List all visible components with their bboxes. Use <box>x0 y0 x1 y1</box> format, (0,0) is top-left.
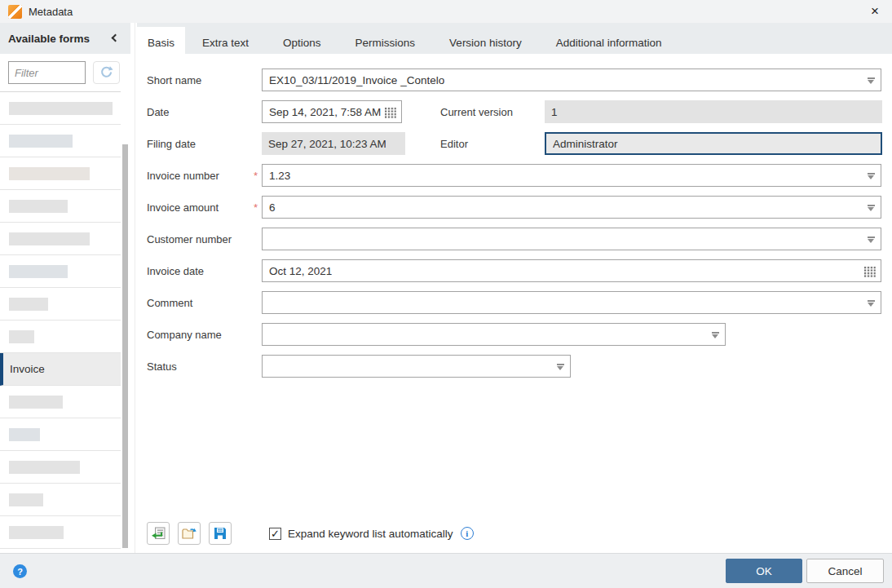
ok-button[interactable]: OK <box>726 559 802 583</box>
redacted-form-name <box>9 298 48 311</box>
title-bar: Metadata × <box>0 0 892 23</box>
editor-field[interactable]: Administrator <box>545 132 882 155</box>
metadata-content: BasisExtra textOptionsPermissionsVersion… <box>135 23 892 553</box>
dropdown-arrow-icon[interactable] <box>868 300 875 307</box>
invoice-number-row: Invoice number * 1.23 <box>147 164 892 187</box>
customer-number-label: Customer number <box>147 233 232 245</box>
redacted-form-name <box>9 135 73 148</box>
basis-form: Short name EX10_03/11/2019_Invoice _Cont… <box>135 54 892 545</box>
close-icon[interactable]: × <box>868 0 882 23</box>
form-list-item-skeleton[interactable] <box>0 288 121 321</box>
info-icon[interactable]: i <box>461 527 474 540</box>
current-version-label: Current version <box>440 106 513 118</box>
sidebar-scrollbar[interactable] <box>122 144 128 548</box>
invoice-amount-label: Invoice amount <box>147 201 219 214</box>
invoice-date-field[interactable]: Oct 12, 2021 <box>262 259 881 282</box>
current-version-field: 1 <box>545 100 882 123</box>
chevron-left-icon[interactable] <box>112 34 120 42</box>
status-label: Status <box>147 360 177 373</box>
editor-label: Editor <box>440 138 468 150</box>
dialog-footer: ? OK Cancel <box>0 553 892 588</box>
redacted-form-name <box>9 428 40 441</box>
calendar-grid-icon[interactable] <box>864 267 876 277</box>
form-list-item-skeleton[interactable] <box>0 418 121 451</box>
dropdown-arrow-icon[interactable] <box>557 364 564 370</box>
apply-metadata-button[interactable] <box>147 522 170 545</box>
dropdown-arrow-icon[interactable] <box>712 332 719 338</box>
filter-row <box>0 54 135 91</box>
expand-keyword-label: Expand keyword list automatically <box>288 528 453 540</box>
form-list-item-skeleton[interactable] <box>0 223 121 255</box>
expand-keyword-option: ✓ Expand keyword list automatically i <box>269 527 474 540</box>
date-row: Date Sep 14, 2021, 7:58 AM Current versi… <box>147 100 892 123</box>
form-list-item-skeleton[interactable] <box>0 255 121 288</box>
save-button[interactable] <box>209 522 232 545</box>
date-label: Date <box>147 106 169 118</box>
required-asterisk: * <box>254 201 258 214</box>
company-name-field[interactable] <box>262 323 726 346</box>
customer-number-field[interactable] <box>262 228 881 250</box>
invoice-date-label: Invoice date <box>147 265 204 277</box>
customer-number-row: Customer number <box>147 228 892 250</box>
dropdown-arrow-icon[interactable] <box>868 237 875 243</box>
status-row: Status <box>147 355 892 378</box>
tab-bar: BasisExtra textOptionsPermissionsVersion… <box>137 23 892 54</box>
filter-input[interactable] <box>8 61 86 84</box>
status-field[interactable] <box>262 355 571 378</box>
required-asterisk: * <box>254 170 258 182</box>
form-list-item-skeleton[interactable] <box>0 190 121 223</box>
dropdown-arrow-icon[interactable] <box>868 77 875 84</box>
form-list-item-skeleton[interactable] <box>0 451 121 484</box>
company-name-row: Company name <box>147 323 892 346</box>
refresh-button[interactable] <box>93 61 120 84</box>
invoice-number-label: Invoice number <box>147 170 219 182</box>
form-list-item-skeleton[interactable] <box>0 386 121 418</box>
open-folder-icon <box>182 527 197 540</box>
dropdown-arrow-icon[interactable] <box>868 173 875 179</box>
redacted-form-name <box>9 461 80 474</box>
redacted-form-name <box>9 526 64 539</box>
filing-date-row: Filing date Sep 27, 2021, 10:23 AM Edito… <box>147 132 892 155</box>
invoice-number-field[interactable]: 1.23 <box>262 164 881 187</box>
redacted-form-name <box>9 102 113 115</box>
redacted-form-name <box>9 167 90 180</box>
invoice-amount-row: Invoice amount * 6 <box>147 196 892 219</box>
expand-keyword-checkbox[interactable]: ✓ <box>269 528 281 540</box>
redacted-form-name <box>9 232 90 245</box>
form-list-item-skeleton[interactable] <box>0 484 121 516</box>
short-name-label: Short name <box>147 74 201 86</box>
redacted-form-name <box>9 200 68 213</box>
redacted-form-name <box>9 396 63 409</box>
cancel-button[interactable]: Cancel <box>806 559 884 583</box>
load-form-button[interactable] <box>178 522 201 545</box>
comment-label: Comment <box>147 297 192 309</box>
form-actions-row: ✓ Expand keyword list automatically i <box>147 522 892 545</box>
form-list-item-skeleton[interactable] <box>0 92 121 125</box>
form-list-item-skeleton[interactable] <box>0 516 121 549</box>
invoice-date-row: Invoice date Oct 12, 2021 <box>147 259 892 282</box>
form-list-item-invoice[interactable]: Invoice <box>0 353 121 386</box>
short-name-field[interactable]: EX10_03/11/2019_Invoice _Contelo <box>262 69 881 91</box>
company-name-label: Company name <box>147 329 222 341</box>
form-list-item-skeleton[interactable] <box>0 321 121 353</box>
dropdown-arrow-icon[interactable] <box>868 205 875 211</box>
window-title: Metadata <box>29 6 73 18</box>
calendar-grid-icon[interactable] <box>385 108 396 118</box>
apply-metadata-icon <box>151 527 166 540</box>
sidebar-header: Available forms <box>0 23 130 54</box>
redacted-form-name <box>9 330 34 343</box>
comment-field[interactable] <box>262 291 881 314</box>
forms-list: Invoice <box>0 91 121 549</box>
filing-date-label: Filing date <box>147 138 196 150</box>
form-list-item-skeleton[interactable] <box>0 157 121 190</box>
form-list-item-skeleton[interactable] <box>0 125 121 157</box>
date-field[interactable]: Sep 14, 2021, 7:58 AM <box>262 100 402 123</box>
redacted-form-name <box>9 493 43 506</box>
redacted-form-name <box>9 265 68 278</box>
filing-date-field: Sep 27, 2021, 10:23 AM <box>262 132 405 155</box>
invoice-amount-field[interactable]: 6 <box>262 196 881 219</box>
short-name-row: Short name EX10_03/11/2019_Invoice _Cont… <box>147 69 892 91</box>
refresh-icon <box>99 66 113 79</box>
help-icon[interactable]: ? <box>13 564 27 578</box>
elo-logo-icon <box>8 5 22 19</box>
